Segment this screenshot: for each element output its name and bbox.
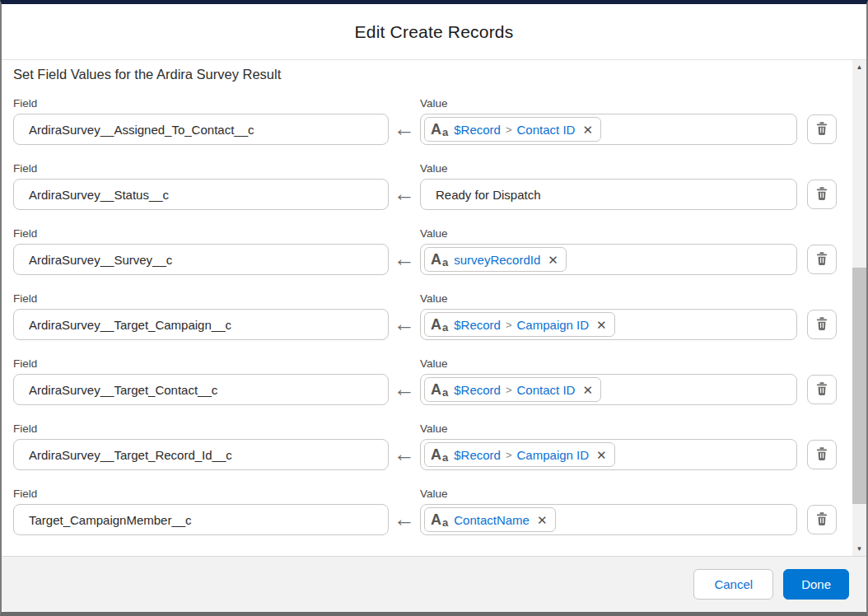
field-input[interactable]: ArdiraSurvey__Target_Campaign__c	[13, 309, 389, 340]
arrow-left-icon: ←	[389, 439, 420, 470]
value-pill[interactable]: Aa ContactName ✕	[424, 507, 556, 532]
pill-text: $Record>Campaign ID	[454, 448, 589, 462]
value-input[interactable]: Aa $Record>Campaign ID ✕	[420, 309, 797, 340]
field-input[interactable]: Target_CampaignMember__c	[13, 504, 389, 535]
pill-separator-icon: >	[506, 449, 512, 461]
field-input[interactable]: ArdiraSurvey__Target_Record_Id__c	[13, 439, 389, 470]
remove-pill-icon[interactable]: ✕	[596, 319, 607, 331]
value-column: Value Aa surveyRecordId ✕	[420, 227, 797, 275]
delete-row-button[interactable]	[807, 114, 837, 144]
pill-part: surveyRecordId	[454, 253, 540, 267]
value-label: Value	[420, 97, 797, 110]
arrow-left-icon: ←	[389, 504, 420, 535]
value-column: Value Aa $Record>Contact ID ✕	[420, 97, 797, 145]
field-input[interactable]: ArdiraSurvey__Status__c	[13, 179, 389, 210]
pill-part: Campaign ID	[517, 448, 590, 462]
field-input[interactable]: ArdiraSurvey__Target_Contact__c	[13, 374, 389, 405]
field-label: Field	[13, 292, 389, 305]
pill-text: ContactName	[454, 513, 530, 527]
remove-pill-icon[interactable]: ✕	[582, 124, 593, 136]
value-label: Value	[420, 292, 797, 305]
delete-row-button[interactable]	[807, 180, 837, 209]
delete-row-button[interactable]	[807, 505, 837, 534]
field-input[interactable]: ArdiraSurvey__Assigned_To_Contact__c	[13, 114, 389, 145]
scroll-down-icon[interactable]: ▼	[852, 542, 866, 556]
value-input[interactable]: Aa $Record>Contact ID ✕	[420, 374, 797, 405]
trash-icon	[814, 251, 829, 268]
pill-part: $Record	[454, 383, 501, 397]
remove-pill-icon[interactable]: ✕	[548, 254, 558, 266]
delete-row-button[interactable]	[807, 245, 837, 274]
value-pill[interactable]: Aa surveyRecordId ✕	[424, 247, 567, 272]
pill-separator-icon: >	[506, 124, 512, 136]
field-column: Field ArdiraSurvey__Survey__c	[13, 227, 389, 275]
trash-icon	[814, 121, 829, 138]
scrollbar-thumb[interactable]	[852, 268, 866, 504]
trash-icon	[814, 316, 829, 334]
dialog-footer: Cancel Done	[2, 556, 866, 612]
field-column: Field ArdiraSurvey__Target_Campaign__c	[13, 292, 389, 340]
value-label: Value	[420, 227, 797, 240]
pill-part: Contact ID	[517, 383, 576, 397]
field-input-text: ArdiraSurvey__Survey__c	[29, 253, 172, 267]
value-pill[interactable]: Aa $Record>Contact ID ✕	[424, 117, 601, 142]
section-heading: Set Field Values for the Ardira Survey R…	[13, 67, 833, 82]
dialog-title: Edit Create Records	[355, 22, 514, 42]
value-input[interactable]: Aa $Record>Contact ID ✕	[420, 114, 797, 145]
value-column: Value Ready for Dispatch	[420, 162, 797, 210]
arrow-left-icon: ←	[389, 179, 420, 210]
field-column: Field ArdiraSurvey__Assigned_To_Contact_…	[13, 97, 389, 145]
value-input[interactable]: Ready for Dispatch	[420, 179, 797, 210]
trash-icon	[814, 511, 829, 529]
field-input-text: ArdiraSurvey__Target_Campaign__c	[29, 318, 231, 332]
value-column: Value Aa $Record>Campaign ID ✕	[420, 292, 797, 340]
pill-separator-icon: >	[506, 384, 512, 396]
arrow-left-icon: ←	[389, 309, 420, 340]
delete-row-button[interactable]	[807, 375, 837, 404]
field-column: Field ArdiraSurvey__Target_Record_Id__c	[13, 422, 389, 470]
field-label: Field	[13, 422, 389, 435]
value-pill[interactable]: Aa $Record>Campaign ID ✕	[424, 442, 615, 467]
delete-row-button[interactable]	[807, 440, 837, 469]
pill-text: surveyRecordId	[454, 253, 540, 267]
remove-pill-icon[interactable]: ✕	[596, 449, 607, 461]
trash-icon	[814, 186, 829, 203]
pill-part: $Record	[454, 123, 501, 137]
delete-row-button[interactable]	[807, 310, 837, 339]
field-value-row: Field ArdiraSurvey__Target_Contact__c ← …	[13, 357, 833, 405]
field-input-text: ArdiraSurvey__Target_Record_Id__c	[29, 448, 232, 462]
scroll-up-icon[interactable]: ▲	[852, 60, 866, 74]
value-input[interactable]: Aa $Record>Campaign ID ✕	[420, 439, 797, 470]
value-column: Value Aa $Record>Contact ID ✕	[420, 357, 797, 405]
field-input-text: Target_CampaignMember__c	[29, 513, 192, 527]
value-input[interactable]: Aa surveyRecordId ✕	[420, 244, 797, 275]
value-pill[interactable]: Aa $Record>Campaign ID ✕	[424, 312, 615, 337]
value-pill[interactable]: Aa $Record>Contact ID ✕	[424, 377, 601, 402]
dialog-body: Set Field Values for the Ardira Survey R…	[2, 60, 866, 556]
value-input[interactable]: Aa ContactName ✕	[420, 504, 797, 535]
field-value-row: Field ArdiraSurvey__Survey__c ← Value Aa…	[13, 227, 833, 275]
remove-pill-icon[interactable]: ✕	[537, 514, 548, 526]
field-value-row: Field ArdiraSurvey__Status__c ← Value Re…	[13, 162, 833, 210]
done-button[interactable]: Done	[783, 569, 849, 600]
field-label: Field	[13, 162, 389, 175]
field-column: Field ArdiraSurvey__Status__c	[13, 162, 389, 210]
cancel-button[interactable]: Cancel	[693, 569, 773, 600]
trash-icon	[814, 446, 829, 464]
value-label: Value	[420, 488, 797, 500]
field-value-row: Field ArdiraSurvey__Target_Campaign__c ←…	[13, 292, 833, 340]
rows-container: Field ArdiraSurvey__Assigned_To_Contact_…	[13, 97, 833, 535]
field-label: Field	[13, 357, 389, 370]
arrow-left-icon: ←	[389, 114, 420, 145]
pill-part: $Record	[454, 448, 501, 462]
field-column: Field Target_CampaignMember__c	[13, 488, 389, 535]
remove-pill-icon[interactable]: ✕	[582, 384, 593, 396]
field-value-row: Field ArdiraSurvey__Assigned_To_Contact_…	[13, 97, 833, 145]
pill-part: $Record	[454, 318, 501, 332]
vertical-scrollbar[interactable]: ▲ ▼	[852, 60, 866, 556]
pill-separator-icon: >	[506, 319, 512, 331]
value-label: Value	[420, 162, 797, 175]
field-input-text: ArdiraSurvey__Assigned_To_Contact__c	[29, 123, 254, 137]
field-input[interactable]: ArdiraSurvey__Survey__c	[13, 244, 389, 275]
pill-text: $Record>Contact ID	[454, 383, 575, 397]
